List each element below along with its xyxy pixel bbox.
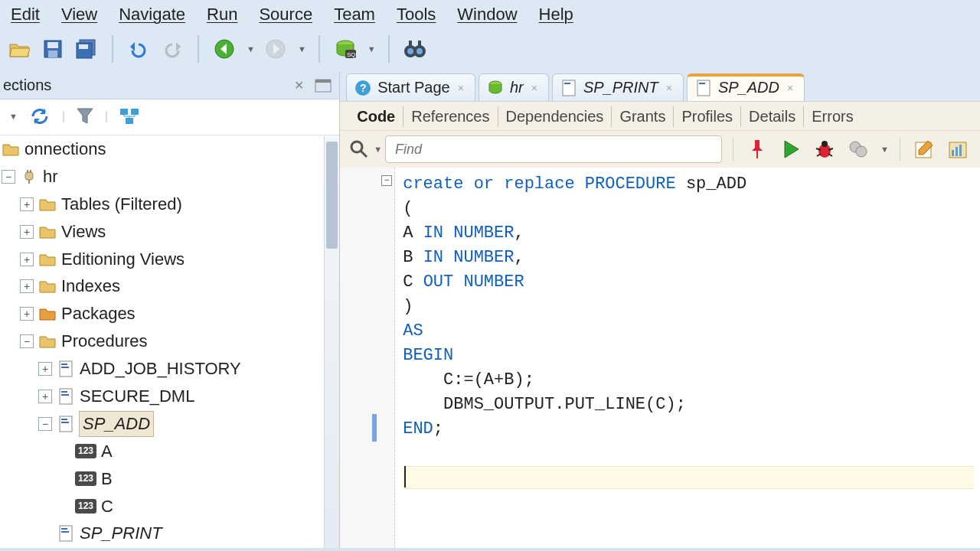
filter-icon[interactable] (76, 106, 94, 126)
proc-secure-dml[interactable]: + SECURE_DML (0, 383, 339, 410)
tree-procedures[interactable]: − Procedures (0, 328, 339, 355)
number-badge-icon: 123 (75, 444, 96, 458)
editor-gutter[interactable] (340, 168, 395, 548)
menu-window[interactable]: Window (457, 5, 517, 24)
tab-start-page[interactable]: ? Start Page × (346, 73, 475, 101)
procedure-icon (57, 360, 75, 377)
search-dropdown[interactable]: ▼ (374, 145, 382, 154)
find-input[interactable] (385, 135, 722, 163)
folder-icon (38, 251, 57, 268)
nav-back-dropdown[interactable]: ▼ (247, 44, 255, 54)
tab-label: SP_ADD (718, 79, 779, 96)
svg-rect-46 (699, 83, 705, 84)
menu-edit[interactable]: Edit (11, 5, 40, 24)
tree-edit-views[interactable]: + Editioning Views (0, 246, 339, 273)
tab-close-icon[interactable]: × (787, 82, 793, 94)
tree-views[interactable]: + Views (0, 218, 339, 246)
search-icon[interactable] (349, 139, 369, 159)
save-icon[interactable] (40, 36, 66, 62)
proc-sp-add[interactable]: − SP_ADD (0, 410, 339, 438)
connections-tree[interactable]: onnections − hr + Tables (Filtered) + Vi… (0, 135, 339, 548)
tab-close-icon[interactable]: × (458, 82, 464, 94)
param-b[interactable]: 123 B (0, 465, 339, 493)
subtab-profiles[interactable]: Profiles (673, 106, 740, 127)
param-a[interactable]: 123 A (0, 438, 339, 465)
tree-icon[interactable] (119, 107, 140, 126)
sql-icon[interactable]: SQL (332, 36, 358, 62)
current-line-highlight (403, 466, 974, 489)
toolbar-separator (900, 138, 900, 161)
tree-label: SECURE_DML (80, 384, 194, 409)
param-c[interactable]: 123 C (0, 493, 339, 520)
nav-back-icon[interactable] (211, 36, 237, 62)
compile-dropdown[interactable]: ▼ (880, 145, 889, 154)
connection-hr[interactable]: − hr (0, 163, 339, 191)
editor-tabs: ? Start Page × hr × SP_PRINT × SP_ADD × (340, 72, 980, 101)
menu-tools[interactable]: Tools (397, 5, 436, 24)
nav-forward-icon[interactable] (263, 36, 289, 62)
save-all-icon[interactable] (74, 36, 100, 62)
subtab-dependencies[interactable]: Dependencies (498, 106, 612, 127)
compile-icon[interactable] (845, 136, 871, 162)
subtab-details[interactable]: Details (740, 106, 803, 127)
edit-icon[interactable] (911, 136, 937, 162)
svg-rect-33 (61, 419, 67, 420)
menu-navigate[interactable]: Navigate (119, 5, 185, 24)
undo-icon[interactable] (126, 36, 152, 62)
tree-tables[interactable]: + Tables (Filtered) (0, 191, 339, 218)
tab-sp-print[interactable]: SP_PRINT × (552, 73, 684, 101)
subtab-references[interactable]: References (403, 106, 497, 127)
menu-team[interactable]: Team (334, 5, 375, 24)
svg-rect-30 (61, 391, 67, 393)
tab-close-icon[interactable]: × (666, 82, 672, 94)
svg-rect-28 (61, 367, 69, 368)
toolbar-separator (318, 35, 320, 63)
panel-close-icon[interactable]: ✕ (291, 78, 307, 93)
svg-rect-37 (61, 531, 69, 533)
text-caret (404, 466, 406, 487)
tab-sp-add[interactable]: SP_ADD × (687, 73, 805, 101)
menu-view[interactable]: View (61, 5, 97, 24)
sql-dropdown[interactable]: ▼ (368, 44, 376, 54)
run-icon[interactable] (778, 136, 804, 162)
pin-icon[interactable] (744, 136, 770, 162)
tree-label: hr (43, 165, 58, 189)
tree-packages[interactable]: + Packages (0, 300, 339, 328)
connections-root[interactable]: onnections (0, 135, 339, 163)
menu-run[interactable]: Run (207, 5, 237, 24)
subtab-grants[interactable]: Grants (611, 106, 673, 127)
tree-indexes[interactable]: + Indexes (0, 272, 339, 300)
menu-help[interactable]: Help (539, 5, 573, 24)
svg-text:?: ? (360, 82, 367, 94)
svg-point-51 (822, 141, 828, 147)
tree-label: SP_PRINT (80, 521, 162, 546)
editor-area: ? Start Page × hr × SP_PRINT × SP_ADD × … (340, 72, 980, 548)
nav-forward-dropdown[interactable]: ▼ (298, 44, 306, 54)
fold-toggle-icon[interactable]: − (381, 175, 392, 186)
profile-icon[interactable] (945, 136, 971, 162)
code-text[interactable]: create or replace PROCEDURE sp_ADD ( A I… (403, 172, 980, 442)
svg-rect-31 (61, 394, 69, 396)
tree-scrollbar[interactable] (324, 135, 339, 548)
redo-icon[interactable] (159, 36, 185, 62)
open-icon[interactable] (6, 36, 32, 62)
tree-functions[interactable]: + fx Functions (0, 547, 339, 548)
subtab-errors[interactable]: Errors (803, 106, 861, 127)
folder-icon (38, 333, 57, 350)
refresh-icon[interactable] (28, 106, 51, 127)
svg-rect-5 (79, 44, 88, 49)
menu-source[interactable]: Source (259, 5, 312, 24)
panel-minimize-icon[interactable] (315, 79, 332, 93)
svg-rect-44 (564, 83, 570, 84)
tab-close-icon[interactable]: × (531, 82, 537, 94)
binoculars-icon[interactable] (402, 36, 428, 62)
subtab-code[interactable]: Code (349, 106, 403, 127)
proc-add-job-history[interactable]: + ADD_JOB_HISTORY (0, 355, 339, 383)
code-editor[interactable]: − create or replace PROCEDURE sp_ADD ( A… (340, 168, 980, 548)
debug-icon[interactable] (812, 136, 838, 162)
new-connection-dropdown[interactable]: ▼ (9, 112, 18, 121)
tab-hr[interactable]: hr × (479, 73, 549, 101)
proc-sp-print[interactable]: SP_PRINT (0, 520, 339, 547)
svg-point-57 (856, 146, 867, 157)
tree-label: Tables (Filtered) (61, 192, 182, 217)
